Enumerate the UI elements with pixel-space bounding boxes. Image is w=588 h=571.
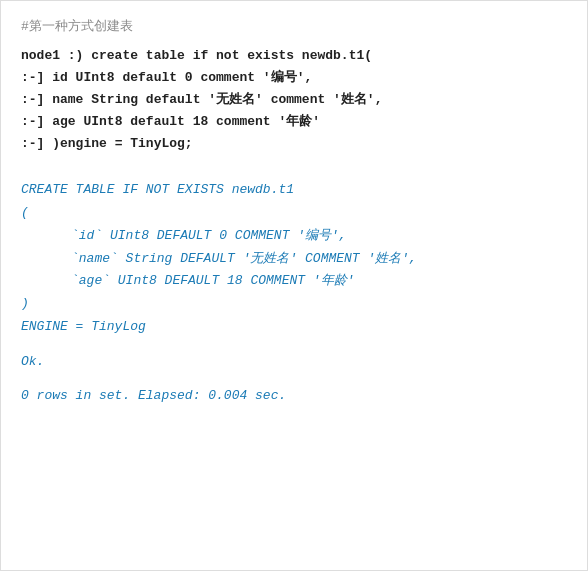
input-text-4: age UInt8 default 18 comment '年龄' [52, 114, 320, 129]
rows-line: 0 rows in set. Elapsed: 0.004 sec. [21, 385, 567, 408]
input-line-2: :-] id UInt8 default 0 comment '编号', [21, 67, 567, 89]
sql-engine: ENGINE = TinyLog [21, 316, 567, 339]
sql-open-paren: ( [21, 202, 567, 225]
prompt-3: :-] [21, 92, 52, 107]
divider-3 [21, 373, 567, 385]
input-line-4: :-] age UInt8 default 18 comment '年龄' [21, 111, 567, 133]
sql-name-field: `name` String DEFAULT '无姓名' COMMENT '姓名'… [21, 248, 567, 271]
input-text-3: name String default '无姓名' comment '姓名', [52, 92, 382, 107]
input-line-5: :-] )engine = TinyLog; [21, 133, 567, 155]
comment-header: #第一种方式创建表 [21, 17, 567, 35]
input-block: node1 :) create table if not exists newd… [21, 45, 567, 155]
input-line-3: :-] name String default '无姓名' comment '姓… [21, 89, 567, 111]
sql-id-field: `id` UInt8 DEFAULT 0 COMMENT '编号', [21, 225, 567, 248]
sql-close-paren: ) [21, 293, 567, 316]
input-line-1: node1 :) create table if not exists newd… [21, 45, 567, 67]
input-text-2: id UInt8 default 0 comment '编号', [52, 70, 312, 85]
ok-line: Ok. [21, 351, 567, 374]
input-text-5: )engine = TinyLog; [52, 136, 192, 151]
prompt-2: :-] [21, 70, 52, 85]
divider-2 [21, 339, 567, 351]
divider [21, 159, 567, 171]
prompt-1: node1 :) [21, 48, 91, 63]
sql-age-field: `age` UInt8 DEFAULT 18 COMMENT '年龄' [21, 270, 567, 293]
sql-create: CREATE TABLE IF NOT EXISTS newdb.t1 [21, 179, 567, 202]
input-text-1: create table if not exists newdb.t1( [91, 48, 372, 63]
output-block: CREATE TABLE IF NOT EXISTS newdb.t1 ( `i… [21, 179, 567, 408]
prompt-5: :-] [21, 136, 52, 151]
prompt-4: :-] [21, 114, 52, 129]
main-container: #第一种方式创建表 node1 :) create table if not e… [0, 0, 588, 571]
